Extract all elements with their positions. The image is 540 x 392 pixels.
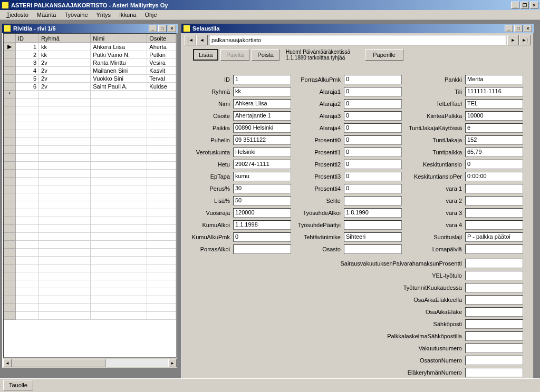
field-input[interactable] (233, 244, 291, 254)
nav-last-icon[interactable]: ►| (519, 35, 531, 45)
field-input[interactable] (465, 356, 523, 365)
field-input[interactable]: 0 (344, 123, 402, 133)
grid-table[interactable]: IDRyhmäNimiOsoite▶1kkAhkera LiisaAherta2… (3, 33, 177, 358)
rivitila-maximize[interactable]: □ (158, 25, 167, 32)
grid-hscroll[interactable]: ◄ ► (3, 359, 177, 367)
field-input[interactable]: 0 (465, 160, 523, 169)
table-row[interactable]: 52vVuokko SiniTerval (4, 75, 176, 83)
paivita-button[interactable]: Päivitä (220, 49, 249, 61)
field-input[interactable] (465, 283, 523, 292)
nav-location-input[interactable] (209, 35, 506, 45)
field-input[interactable]: 0 (344, 87, 402, 96)
table-row-new[interactable]: * (4, 91, 176, 99)
field-input[interactable]: 120000 (233, 208, 291, 218)
field-input[interactable] (465, 196, 523, 205)
nav-next-icon[interactable]: ► (507, 35, 519, 45)
poista-button[interactable]: Poista (252, 49, 279, 61)
field-input[interactable]: Merita (465, 75, 523, 84)
field-input[interactable]: TEL (465, 99, 523, 109)
selaustila-minimize[interactable]: _ (505, 25, 513, 32)
field-input[interactable]: 0 (344, 99, 402, 109)
table-row[interactable]: 42vMailanen SiniKasvit (4, 67, 176, 75)
restore-button[interactable]: ❐ (520, 2, 529, 9)
field-input[interactable] (465, 295, 523, 305)
field-input[interactable] (344, 244, 402, 254)
menu-maarita[interactable]: Määritä (33, 11, 61, 19)
nav-prev-icon[interactable]: ◄ (196, 35, 208, 45)
selaustila-titlebar[interactable]: Selaustila _ □ × (181, 24, 534, 33)
field-label: Prosentti1 (295, 149, 343, 155)
menu-ohje[interactable]: Ohje (140, 11, 161, 19)
field-input[interactable]: 0:00:00 (465, 172, 523, 181)
field-input[interactable] (465, 220, 523, 230)
field-input[interactable] (465, 244, 523, 254)
field-label: Prosentti4 (295, 185, 343, 192)
field-input[interactable]: 10000 (465, 111, 523, 121)
tauolle-button[interactable]: Tauolle (3, 380, 33, 390)
field-input[interactable] (465, 271, 523, 280)
field-input[interactable]: kk (233, 87, 291, 96)
menu-yritys[interactable]: Yritys (92, 11, 115, 19)
field-input[interactable]: kumu (233, 172, 291, 181)
field-input[interactable]: 1.8.1990 (344, 208, 402, 218)
field-input[interactable]: 0 (344, 184, 402, 193)
paperille-button[interactable]: Paperille (365, 49, 403, 61)
field-input[interactable] (465, 184, 523, 193)
table-row[interactable]: 62vSaint Pauli A.Kuldse (4, 83, 176, 91)
field-input[interactable]: 50 (233, 196, 291, 205)
field-input[interactable]: 0 (344, 148, 402, 157)
close-button[interactable]: × (530, 2, 538, 9)
menu-tyovaihe[interactable]: Työvaihe (60, 11, 92, 19)
field-input[interactable]: P - palkka päätoi (465, 232, 523, 242)
field-input[interactable]: 0 (344, 111, 402, 121)
field-input[interactable]: 30 (233, 184, 291, 193)
field-input[interactable] (465, 331, 523, 341)
field-input[interactable]: e (465, 123, 523, 133)
selaustila-close[interactable]: × (524, 25, 532, 32)
table-row[interactable]: ▶1kkAhkera LiisaAherta (4, 43, 176, 51)
field-input[interactable] (465, 319, 523, 329)
table-row[interactable]: 2kkPutki Väinö N.Putkin (4, 51, 176, 59)
field-input[interactable]: 0 (344, 135, 402, 145)
field-input[interactable]: 1 (233, 75, 291, 84)
field-input[interactable] (344, 196, 402, 205)
rivitila-close[interactable]: × (168, 25, 176, 32)
field-input[interactable] (465, 307, 523, 317)
field-input[interactable]: Sihteeri (344, 232, 402, 242)
field-input[interactable]: 0 (344, 75, 402, 84)
scroll-right-icon[interactable]: ► (168, 359, 177, 367)
scroll-thumb[interactable] (12, 359, 105, 367)
rivitila-titlebar[interactable]: Rivitila - rivi 1/6 _ □ × (2, 24, 178, 33)
field-input[interactable]: 152 (465, 135, 523, 145)
lisaa-button[interactable]: Lisää (193, 49, 218, 61)
field-input[interactable]: 0 (233, 232, 291, 242)
field-input[interactable]: 111111-1116 (465, 87, 523, 96)
field-label: ID (185, 76, 232, 83)
field-input[interactable] (465, 208, 523, 218)
field-input[interactable]: 1.1.1998 (233, 220, 291, 230)
field-input[interactable]: 290274-1111 (233, 160, 291, 169)
field-input[interactable] (465, 259, 523, 268)
menu-ikkuna[interactable]: Ikkuna (115, 11, 140, 19)
field-input[interactable]: 0 (344, 172, 402, 181)
field-label: Vakuutusnumero (322, 345, 464, 351)
field-input[interactable]: Helsinki (233, 148, 291, 157)
field-input[interactable]: Ahertajantie 1 (233, 111, 291, 121)
field-input[interactable] (344, 220, 402, 230)
scroll-left-icon[interactable]: ◄ (3, 359, 12, 367)
field-input[interactable]: 0 (344, 160, 402, 169)
selaustila-maximize[interactable]: □ (514, 25, 523, 32)
rivitila-minimize[interactable]: _ (149, 25, 157, 32)
minimize-button[interactable]: _ (511, 2, 519, 9)
field-input[interactable]: 65,79 (465, 148, 523, 157)
field-label: OsaAikaEläkkeellä (322, 297, 464, 303)
menu-tiedosto[interactable]: Tiedosto (2, 11, 33, 19)
field-input[interactable]: 09 3511122 (233, 135, 291, 145)
nav-first-icon[interactable]: |◄ (185, 35, 196, 45)
scroll-track[interactable] (12, 359, 168, 367)
field-input[interactable]: Ahkera Liisa (233, 99, 291, 109)
field-input[interactable]: 00890 Helsinki (233, 123, 291, 133)
table-row[interactable]: 32vRanta MinttuVesira (4, 59, 176, 67)
field-input[interactable] (465, 344, 523, 353)
field-input[interactable] (465, 368, 523, 377)
